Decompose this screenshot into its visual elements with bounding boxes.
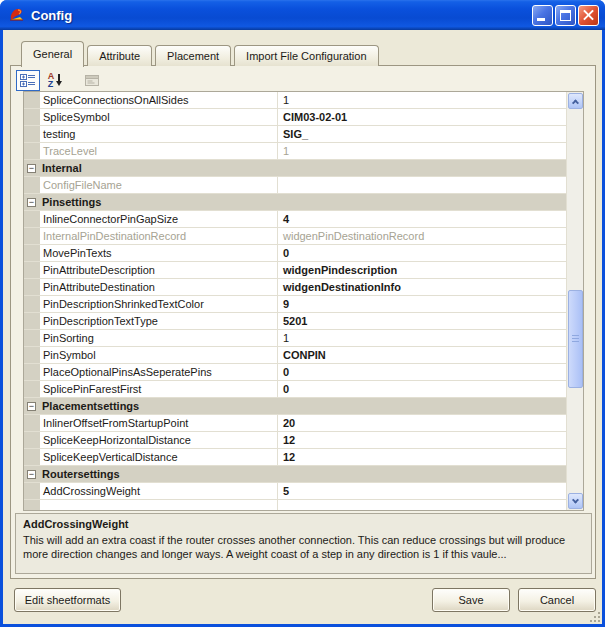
row-gutter (24, 381, 40, 397)
property-row-spliceconnectionsonallsides[interactable]: SpliceConnectionsOnAllSides1 (24, 92, 566, 109)
description-body: This will add an extra coast if the rout… (23, 533, 584, 561)
property-row-splicepinfarestfirst[interactable]: SplicePinFarestFirst0 (24, 381, 566, 398)
property-row-inlineconnectorpingapsize[interactable]: InlineConnectorPinGapSize4 (24, 211, 566, 228)
property-grid: SpliceConnectionsOnAllSides1SpliceSymbol… (23, 91, 584, 511)
property-name[interactable]: PinSymbol (40, 347, 278, 363)
collapse-icon[interactable]: − (27, 164, 36, 173)
row-gutter (24, 211, 40, 227)
category-row-placementsettings[interactable]: −Placementsettings (24, 398, 566, 415)
property-row-partial (24, 500, 566, 510)
property-value[interactable]: 0 (278, 245, 566, 261)
property-row-pinsorting[interactable]: PinSorting1 (24, 330, 566, 347)
categorized-button[interactable] (16, 70, 40, 91)
category-label: Pinsettings (40, 194, 101, 210)
property-name[interactable]: InlinerOffsetFromStartupPoint (40, 415, 278, 431)
minimize-icon (537, 18, 545, 21)
property-row-placeoptionalpinsasseperatepins[interactable]: PlaceOptionalPinsAsSeperatePins0 (24, 364, 566, 381)
row-gutter (24, 500, 40, 510)
category-row-pinsettings[interactable]: −Pinsettings (24, 194, 566, 211)
property-value[interactable]: 12 (278, 432, 566, 448)
alphabetical-sort-button[interactable]: A Z (42, 70, 66, 91)
property-row-pinattributedescription[interactable]: PinAttributeDescriptionwidgenPindescript… (24, 262, 566, 279)
category-label: Placementsettings (40, 398, 139, 414)
property-name[interactable]: TraceLevel (40, 143, 278, 159)
property-value[interactable]: 1 (278, 92, 566, 108)
resize-grip[interactable] (589, 611, 601, 623)
property-row-splicekeephorizontaldistance[interactable]: SpliceKeepHorizontalDistance12 (24, 432, 566, 449)
cancel-button[interactable]: Cancel (518, 588, 596, 612)
property-name[interactable]: InlineConnectorPinGapSize (40, 211, 278, 227)
property-value[interactable]: 0 (278, 364, 566, 380)
property-row-pindescriptiontexttype[interactable]: PinDescriptionTextType5201 (24, 313, 566, 330)
tab-placement[interactable]: Placement (155, 45, 231, 66)
property-value[interactable]: SIG_ (278, 126, 566, 142)
property-value[interactable]: 5 (278, 483, 566, 499)
tab-attribute[interactable]: Attribute (87, 45, 152, 66)
property-value[interactable]: 12 (278, 449, 566, 465)
property-value[interactable]: 5201 (278, 313, 566, 329)
save-button[interactable]: Save (432, 588, 510, 612)
property-row-addcrossingweight[interactable]: AddCrossingWeight5 (24, 483, 566, 500)
property-name[interactable]: PinDescriptionShrinkedTextColor (40, 296, 278, 312)
minimize-button[interactable] (532, 5, 553, 26)
property-name[interactable]: MovePinTexts (40, 245, 278, 261)
edit-sheetformats-button[interactable]: Edit sheetformats (14, 588, 121, 612)
property-name[interactable]: PlaceOptionalPinsAsSeperatePins (40, 364, 278, 380)
scrollbar-thumb[interactable] (568, 290, 583, 388)
tab-general[interactable]: General (21, 41, 84, 67)
property-value[interactable]: 9 (278, 296, 566, 312)
property-name[interactable]: SpliceKeepVerticalDistance (40, 449, 278, 465)
property-name[interactable]: SpliceConnectionsOnAllSides (40, 92, 278, 108)
property-row-inlineroffsetfromstartuppoint[interactable]: InlinerOffsetFromStartupPoint20 (24, 415, 566, 432)
category-row-routersettings[interactable]: −Routersettings (24, 466, 566, 483)
title-bar[interactable]: Config (0, 0, 605, 30)
close-icon (579, 6, 598, 25)
property-row-testing[interactable]: testingSIG_ (24, 126, 566, 143)
property-row-pinattributedestination[interactable]: PinAttributeDestinationwidgenDestination… (24, 279, 566, 296)
property-value[interactable]: 4 (278, 211, 566, 227)
property-row-splicekeepverticaldistance[interactable]: SpliceKeepVerticalDistance12 (24, 449, 566, 466)
close-button[interactable] (578, 5, 599, 26)
property-name[interactable]: ConfigFileName (40, 177, 278, 193)
property-name[interactable]: testing (40, 126, 278, 142)
property-value[interactable]: widgenPindescription (278, 262, 566, 278)
property-row-splicesymbol[interactable]: SpliceSymbolCIM03-02-01 (24, 109, 566, 126)
property-value[interactable]: widgenDestinationInfo (278, 279, 566, 295)
collapse-icon[interactable]: − (27, 470, 36, 479)
property-value[interactable]: widgenPinDestinationRecord (278, 228, 566, 244)
app-icon (8, 7, 26, 23)
property-name[interactable]: PinDescriptionTextType (40, 313, 278, 329)
property-row-pindescriptionshrinkedtextcolor[interactable]: PinDescriptionShrinkedTextColor9 (24, 296, 566, 313)
property-name[interactable]: PinAttributeDestination (40, 279, 278, 295)
property-name[interactable]: SpliceKeepHorizontalDistance (40, 432, 278, 448)
property-name[interactable]: InternalPinDestinationRecord (40, 228, 278, 244)
scroll-down-button[interactable] (568, 493, 583, 509)
property-value[interactable] (278, 177, 566, 193)
property-row-configfilename[interactable]: ConfigFileName (24, 177, 566, 194)
property-name[interactable]: PinSorting (40, 330, 278, 346)
property-value[interactable]: CIM03-02-01 (278, 109, 566, 125)
tab-import-file-configuration[interactable]: Import File Configuration (234, 45, 378, 66)
property-value[interactable]: 1 (278, 143, 566, 159)
collapse-icon[interactable]: − (27, 402, 36, 411)
property-value[interactable]: 20 (278, 415, 566, 431)
vertical-scrollbar[interactable] (566, 92, 583, 510)
collapse-icon[interactable]: − (27, 198, 36, 207)
property-value[interactable]: CONPIN (278, 347, 566, 363)
scroll-up-button[interactable] (568, 93, 583, 109)
property-name[interactable]: SpliceSymbol (40, 109, 278, 125)
category-row-internal[interactable]: −Internal (24, 160, 566, 177)
row-gutter (24, 228, 40, 244)
property-row-tracelevel[interactable]: TraceLevel1 (24, 143, 566, 160)
property-row-pinsymbol[interactable]: PinSymbolCONPIN (24, 347, 566, 364)
row-gutter (24, 432, 40, 448)
property-name[interactable]: PinAttributeDescription (40, 262, 278, 278)
maximize-button[interactable] (555, 5, 576, 26)
property-value[interactable]: 1 (278, 330, 566, 346)
tab-page-general: A Z SpliceConnectionsOnAllSid (10, 65, 596, 579)
property-row-movepintexts[interactable]: MovePinTexts0 (24, 245, 566, 262)
property-value[interactable]: 0 (278, 381, 566, 397)
property-row-internalpindestinationrecord[interactable]: InternalPinDestinationRecordwidgenPinDes… (24, 228, 566, 245)
property-name[interactable]: AddCrossingWeight (40, 483, 278, 499)
property-name[interactable]: SplicePinFarestFirst (40, 381, 278, 397)
